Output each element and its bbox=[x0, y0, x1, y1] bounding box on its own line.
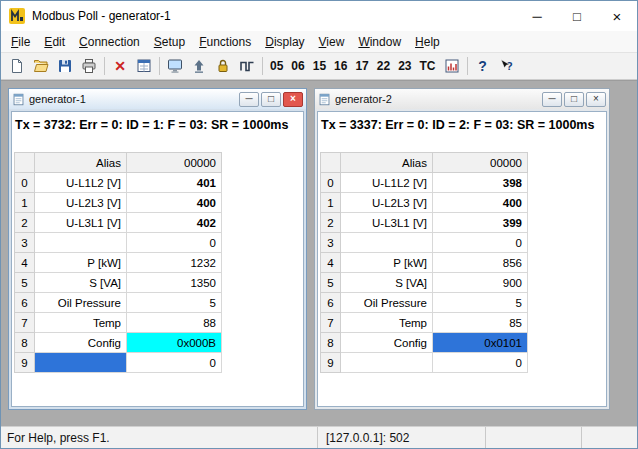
function-16-button[interactable]: 16 bbox=[330, 55, 351, 77]
alias-cell[interactable]: P [kW] bbox=[35, 253, 127, 273]
alias-cell[interactable]: Config bbox=[35, 333, 127, 353]
alias-cell[interactable] bbox=[341, 233, 433, 253]
function-15-button[interactable]: 15 bbox=[309, 55, 330, 77]
column-header-alias[interactable]: Alias bbox=[35, 153, 127, 173]
alias-cell[interactable]: Oil Pressure bbox=[35, 293, 127, 313]
menu-help[interactable]: Help bbox=[408, 33, 447, 51]
value-cell[interactable]: 400 bbox=[433, 193, 528, 213]
minimize-button[interactable]: ─ bbox=[517, 1, 557, 31]
communication-traffic-icon[interactable] bbox=[440, 55, 464, 77]
new-file-icon[interactable] bbox=[5, 55, 29, 77]
function-06-button[interactable]: 06 bbox=[287, 55, 308, 77]
row-number: 1 bbox=[15, 193, 35, 213]
alias-cell[interactable]: S [VA] bbox=[35, 273, 127, 293]
child-titlebar[interactable]: generator-1 ─ □ × bbox=[9, 89, 306, 109]
value-cell[interactable]: 402 bbox=[127, 213, 222, 233]
send-icon[interactable] bbox=[187, 55, 211, 77]
register-row: 5S [VA]900 bbox=[321, 273, 528, 293]
child-restore-button[interactable]: □ bbox=[564, 92, 584, 107]
poll-waveform-icon[interactable] bbox=[235, 55, 259, 77]
register-row: 90 bbox=[15, 353, 222, 373]
alias-cell[interactable] bbox=[341, 353, 433, 373]
function-05-button[interactable]: 05 bbox=[266, 55, 287, 77]
value-cell-highlighted[interactable]: 0x000B bbox=[127, 333, 222, 353]
open-file-icon[interactable] bbox=[29, 55, 53, 77]
function-17-button[interactable]: 17 bbox=[351, 55, 372, 77]
value-cell[interactable]: 88 bbox=[127, 313, 222, 333]
menu-file[interactable]: File bbox=[4, 33, 37, 51]
register-row: 7Temp85 bbox=[321, 313, 528, 333]
value-cell[interactable]: 85 bbox=[433, 313, 528, 333]
menu-setup[interactable]: Setup bbox=[147, 33, 192, 51]
child-restore-button[interactable]: □ bbox=[261, 92, 281, 107]
alias-cell[interactable]: P [kW] bbox=[341, 253, 433, 273]
alias-cell[interactable]: Temp bbox=[35, 313, 127, 333]
menu-edit[interactable]: Edit bbox=[37, 33, 72, 51]
display-setup-icon[interactable] bbox=[163, 55, 187, 77]
alias-cell[interactable] bbox=[35, 233, 127, 253]
alias-cell[interactable]: U-L3L1 [V] bbox=[341, 213, 433, 233]
row-number: 7 bbox=[15, 313, 35, 333]
alias-cell[interactable]: Config bbox=[341, 333, 433, 353]
about-help-icon[interactable]: ? bbox=[471, 55, 495, 77]
child-close-button[interactable]: × bbox=[283, 92, 303, 107]
menu-display[interactable]: Display bbox=[258, 33, 311, 51]
child-minimize-button[interactable]: ─ bbox=[542, 92, 562, 107]
value-cell[interactable]: 0 bbox=[433, 233, 528, 253]
row-number: 7 bbox=[321, 313, 341, 333]
value-cell[interactable]: 398 bbox=[433, 173, 528, 193]
child-close-button[interactable]: × bbox=[586, 92, 606, 107]
child-titlebar[interactable]: generator-2 ─ □ × bbox=[315, 89, 609, 109]
lock-icon[interactable] bbox=[211, 55, 235, 77]
child-window-generator-1[interactable]: generator-1 ─ □ × Tx = 3732: Err = 0: ID… bbox=[8, 88, 307, 410]
value-cell[interactable]: 0 bbox=[127, 353, 222, 373]
window-title: Modbus Poll - generator-1 bbox=[32, 9, 517, 23]
context-help-icon[interactable]: ? bbox=[495, 55, 519, 77]
alias-cell[interactable]: U-L3L1 [V] bbox=[35, 213, 127, 233]
value-cell[interactable]: 900 bbox=[433, 273, 528, 293]
delete-icon[interactable]: ✕ bbox=[108, 55, 132, 77]
menu-window[interactable]: Window bbox=[351, 33, 408, 51]
alias-cell[interactable]: U-L2L3 [V] bbox=[35, 193, 127, 213]
value-cell[interactable]: 5 bbox=[433, 293, 528, 313]
column-header-values[interactable]: 00000 bbox=[433, 153, 528, 173]
value-cell[interactable]: 1350 bbox=[127, 273, 222, 293]
alias-cell[interactable]: U-L1L2 [V] bbox=[341, 173, 433, 193]
print-icon[interactable] bbox=[77, 55, 101, 77]
child-minimize-button[interactable]: ─ bbox=[239, 92, 259, 107]
function-22-button[interactable]: 22 bbox=[373, 55, 394, 77]
alias-cell-selected[interactable] bbox=[35, 353, 127, 373]
grid-header-row: Alias 00000 bbox=[15, 153, 222, 173]
value-cell[interactable]: 856 bbox=[433, 253, 528, 273]
register-row: 5S [VA]1350 bbox=[15, 273, 222, 293]
child-window-generator-2[interactable]: generator-2 ─ □ × Tx = 3337: Err = 0: ID… bbox=[314, 88, 610, 410]
value-cell[interactable]: 400 bbox=[127, 193, 222, 213]
value-cell[interactable]: 0 bbox=[433, 353, 528, 373]
menu-view[interactable]: View bbox=[312, 33, 352, 51]
read-write-definition-icon[interactable] bbox=[132, 55, 156, 77]
mdi-workspace: generator-1 ─ □ × Tx = 3732: Err = 0: ID… bbox=[1, 80, 637, 426]
value-cell[interactable]: 399 bbox=[433, 213, 528, 233]
value-cell[interactable]: 5 bbox=[127, 293, 222, 313]
maximize-button[interactable]: □ bbox=[557, 1, 597, 31]
column-header-alias[interactable]: Alias bbox=[341, 153, 433, 173]
alias-cell[interactable]: Temp bbox=[341, 313, 433, 333]
close-button[interactable]: × bbox=[597, 1, 637, 31]
register-row: 6Oil Pressure5 bbox=[15, 293, 222, 313]
alias-cell[interactable]: U-L1L2 [V] bbox=[35, 173, 127, 193]
save-icon[interactable] bbox=[53, 55, 77, 77]
menu-connection[interactable]: Connection bbox=[72, 33, 147, 51]
alias-cell[interactable]: U-L2L3 [V] bbox=[341, 193, 433, 213]
titlebar[interactable]: Modbus Poll - generator-1 ─ □ × bbox=[1, 1, 637, 31]
menu-functions[interactable]: Functions bbox=[192, 33, 258, 51]
alias-cell[interactable]: Oil Pressure bbox=[341, 293, 433, 313]
value-cell[interactable]: 0 bbox=[127, 233, 222, 253]
value-cell[interactable]: 1232 bbox=[127, 253, 222, 273]
value-cell-selected[interactable]: 0x0101 bbox=[433, 333, 528, 353]
function-23-button[interactable]: 23 bbox=[394, 55, 415, 77]
column-header-values[interactable]: 00000 bbox=[127, 153, 222, 173]
register-grid: Alias 00000 0U-L1L2 [V]398 1U-L2L3 [V]40… bbox=[320, 152, 528, 373]
alias-cell[interactable]: S [VA] bbox=[341, 273, 433, 293]
function-tc-button[interactable]: TC bbox=[416, 55, 440, 77]
value-cell[interactable]: 401 bbox=[127, 173, 222, 193]
